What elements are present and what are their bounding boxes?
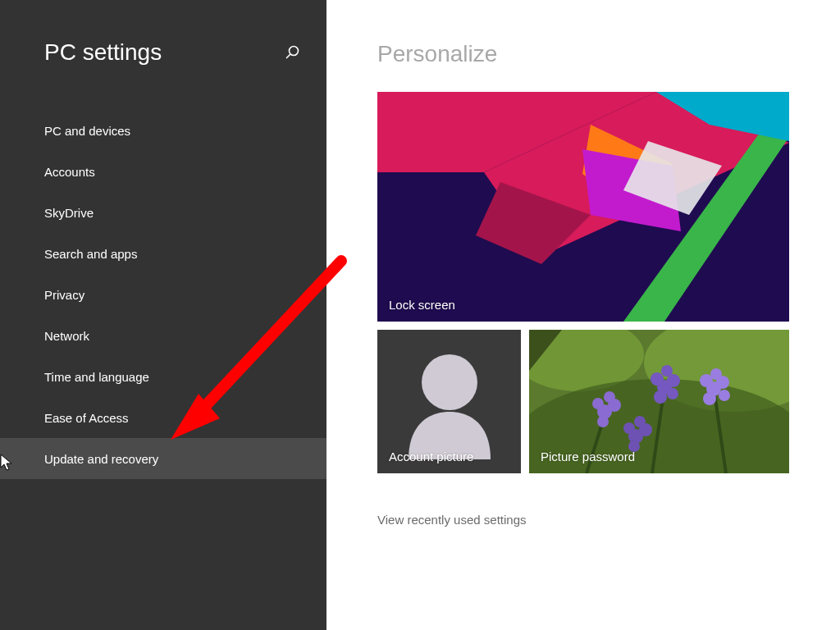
sidebar-item-label: Time and language	[44, 370, 149, 384]
svg-point-19	[592, 398, 604, 409]
tile-label: Picture password	[541, 450, 635, 463]
tile-lock-screen[interactable]: Lock screen	[377, 92, 789, 322]
sidebar: PC settings PC and devices Accounts SkyD…	[0, 0, 326, 630]
svg-point-33	[719, 390, 730, 401]
svg-point-37	[634, 416, 646, 427]
sidebar-item-label: Ease of Access	[44, 411, 129, 425]
sidebar-item-network[interactable]: Network	[0, 315, 326, 356]
svg-point-31	[710, 368, 722, 380]
search-icon	[284, 44, 300, 61]
personalize-tiles: Lock screen Account picture	[377, 92, 789, 473]
svg-point-32	[703, 392, 716, 405]
view-recently-used-settings-link[interactable]: View recently used settings	[377, 513, 527, 527]
svg-line-1	[286, 54, 290, 58]
tile-label: Account picture	[389, 450, 473, 463]
svg-point-36	[623, 422, 635, 434]
svg-point-27	[667, 388, 678, 399]
tile-label: Lock screen	[389, 298, 455, 312]
tile-picture-password[interactable]: Picture password	[529, 330, 789, 473]
sidebar-item-accounts[interactable]: Accounts	[0, 151, 326, 192]
sidebar-item-ease-of-access[interactable]: Ease of Access	[0, 397, 326, 438]
sidebar-item-label: Network	[44, 329, 89, 343]
sidebar-item-label: SkyDrive	[44, 206, 94, 220]
svg-point-11	[422, 354, 477, 410]
svg-point-21	[597, 416, 609, 427]
sidebar-item-pc-and-devices[interactable]: PC and devices	[0, 110, 326, 151]
sidebar-item-label: Accounts	[44, 165, 95, 179]
svg-point-20	[604, 391, 615, 403]
main-content: Personalize	[326, 0, 840, 630]
page-title: PC settings	[44, 39, 162, 66]
sidebar-nav: PC and devices Accounts SkyDrive Search …	[0, 110, 326, 479]
section-title: Personalize	[377, 41, 789, 67]
sidebar-item-label: PC and devices	[44, 124, 130, 138]
search-button[interactable]	[282, 43, 302, 62]
sidebar-item-time-and-language[interactable]: Time and language	[0, 356, 326, 397]
sidebar-item-update-and-recovery[interactable]: Update and recovery	[0, 438, 326, 479]
tile-account-picture[interactable]: Account picture	[377, 330, 521, 473]
svg-point-0	[290, 47, 299, 56]
sidebar-item-privacy[interactable]: Privacy	[0, 274, 326, 315]
sidebar-item-label: Update and recovery	[44, 452, 158, 466]
sidebar-item-label: Search and apps	[44, 247, 137, 261]
sidebar-item-skydrive[interactable]: SkyDrive	[0, 192, 326, 233]
lock-screen-artwork	[377, 92, 789, 322]
sidebar-item-label: Privacy	[44, 288, 84, 302]
tile-row-small: Account picture	[377, 330, 789, 473]
svg-point-25	[661, 365, 673, 377]
sidebar-header: PC settings	[0, 0, 326, 74]
svg-point-26	[654, 390, 667, 404]
svg-point-24	[651, 372, 664, 386]
avatar-icon	[400, 345, 499, 459]
sidebar-item-search-and-apps[interactable]: Search and apps	[0, 233, 326, 274]
